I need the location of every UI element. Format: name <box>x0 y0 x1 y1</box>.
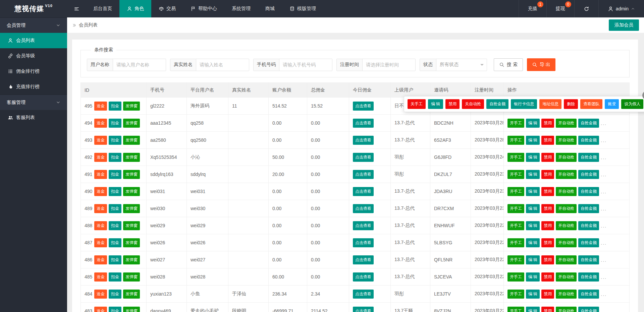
view-today-commission-button[interactable]: 点击查看 <box>353 307 374 312</box>
set-fake-user-button[interactable]: 设为假人 <box>621 99 643 109</box>
self-grab-amount-button[interactable]: 自抢金额 <box>578 170 599 179</box>
give-gold-button[interactable]: 送金 <box>94 119 107 128</box>
give-gold-button[interactable]: 送金 <box>94 255 107 264</box>
more-actions-button[interactable]: ... <box>601 257 607 262</box>
disable-button[interactable]: 禁用 <box>541 307 554 312</box>
self-grab-amount-button[interactable]: 自抢金额 <box>578 307 599 312</box>
close-manual-button[interactable]: 关手工 <box>408 99 426 109</box>
self-grab-amount-button[interactable]: 自抢金额 <box>578 290 599 299</box>
send-popup-button[interactable]: 发弹窗 <box>123 187 140 196</box>
add-member-button[interactable]: 添加会员 <box>609 19 639 31</box>
edit-button[interactable]: 编 辑 <box>526 290 540 299</box>
send-popup-button[interactable]: 发弹窗 <box>123 136 140 145</box>
disable-button[interactable]: 禁用 <box>541 221 554 230</box>
deduct-gold-button[interactable]: 扣金 <box>109 136 121 145</box>
export-button[interactable]: 导 出 <box>527 58 555 71</box>
search-button[interactable]: 搜 索 <box>494 58 523 71</box>
give-gold-button[interactable]: 送金 <box>94 170 107 179</box>
edit-button[interactable]: 编 辑 <box>526 170 540 179</box>
sidebar-item-会员等级[interactable]: 会员等级 <box>0 48 67 64</box>
disable-button[interactable]: 禁用 <box>541 255 554 264</box>
account-change-button[interactable]: 账变 <box>605 99 619 109</box>
realname-input[interactable] <box>196 59 249 71</box>
give-gold-button[interactable]: 送金 <box>94 204 107 213</box>
self-grab-amount-button[interactable]: 自抢金额 <box>486 99 508 109</box>
open-auto-grab-button[interactable]: 开自动抢 <box>556 221 577 230</box>
disable-button[interactable]: 禁用 <box>541 170 554 179</box>
open-manual-button[interactable]: 开手工 <box>507 136 524 145</box>
self-grab-amount-button[interactable]: 自抢金额 <box>578 136 599 145</box>
more-actions-button[interactable]: ... <box>601 291 607 297</box>
open-manual-button[interactable]: 开手工 <box>507 255 524 264</box>
self-grab-amount-button[interactable]: 自抢金额 <box>578 255 599 264</box>
delete-button[interactable]: 删除 <box>564 99 578 109</box>
more-actions-button[interactable]: ... <box>601 206 607 211</box>
give-gold-button[interactable]: 送金 <box>94 307 107 312</box>
send-popup-button[interactable]: 发弹窗 <box>123 170 140 179</box>
give-gold-button[interactable]: 送金 <box>94 153 107 162</box>
deduct-gold-button[interactable]: 扣金 <box>109 238 121 247</box>
deduct-gold-button[interactable]: 扣金 <box>109 221 121 230</box>
open-auto-grab-button[interactable]: 开自动抢 <box>556 307 577 312</box>
give-gold-button[interactable]: 送金 <box>94 136 107 145</box>
close-auto-grab-button[interactable]: 关自动抢 <box>462 99 484 109</box>
self-grab-amount-button[interactable]: 自抢金额 <box>578 238 599 247</box>
send-popup-button[interactable]: 发弹窗 <box>123 119 140 128</box>
view-today-commission-button[interactable]: 点击查看 <box>353 187 374 196</box>
sidebar-section-header-1[interactable]: 会员管理 <box>0 17 67 33</box>
give-gold-button[interactable]: 送金 <box>94 102 107 111</box>
view-today-commission-button[interactable]: 点击查看 <box>353 153 374 162</box>
view-today-commission-button[interactable]: 点击查看 <box>353 102 374 111</box>
open-manual-button[interactable]: 开手工 <box>507 204 524 213</box>
give-gold-button[interactable]: 送金 <box>94 272 107 282</box>
open-manual-button[interactable]: 开手工 <box>507 307 524 312</box>
disable-button[interactable]: 禁用 <box>541 136 554 145</box>
edit-button[interactable]: 编 辑 <box>428 99 443 109</box>
more-actions-button[interactable]: ... <box>601 189 607 194</box>
bank-card-info-button[interactable]: 银行卡信息 <box>511 99 537 109</box>
disable-button[interactable]: 禁用 <box>541 119 554 128</box>
send-popup-button[interactable]: 发弹窗 <box>123 238 140 247</box>
give-gold-button[interactable]: 送金 <box>94 238 107 247</box>
open-auto-grab-button[interactable]: 开自动抢 <box>556 136 577 145</box>
edit-button[interactable]: 编 辑 <box>526 136 540 145</box>
open-auto-grab-button[interactable]: 开自动抢 <box>556 290 577 299</box>
self-grab-amount-button[interactable]: 自抢金额 <box>578 187 599 196</box>
open-auto-grab-button[interactable]: 开自动抢 <box>556 238 577 247</box>
open-manual-button[interactable]: 开手工 <box>507 153 524 162</box>
more-actions-button[interactable]: ... <box>601 274 607 279</box>
edit-button[interactable]: 编 辑 <box>526 272 540 282</box>
open-auto-grab-button[interactable]: 开自动抢 <box>556 153 577 162</box>
view-today-commission-button[interactable]: 点击查看 <box>353 170 374 179</box>
open-auto-grab-button[interactable]: 开自动抢 <box>556 255 577 264</box>
send-popup-button[interactable]: 发弹窗 <box>123 204 140 213</box>
open-auto-grab-button[interactable]: 开自动抢 <box>556 204 577 213</box>
refresh-button[interactable] <box>574 0 598 17</box>
recharge-menu-item[interactable]: 充值 1 <box>519 0 546 17</box>
more-actions-button[interactable]: ... <box>601 240 607 245</box>
self-grab-amount-button[interactable]: 自抢金额 <box>578 153 599 162</box>
open-manual-button[interactable]: 开手工 <box>507 170 524 179</box>
deduct-gold-button[interactable]: 扣金 <box>109 153 121 162</box>
sidebar-toggle-button[interactable] <box>67 0 86 17</box>
send-popup-button[interactable]: 发弹窗 <box>123 153 140 162</box>
deduct-gold-button[interactable]: 扣金 <box>109 102 121 111</box>
sidebar-item-会员列表[interactable]: 会员列表 <box>0 33 67 48</box>
nav-item-1[interactable]: 后台首页 <box>86 0 119 17</box>
edit-button[interactable]: 编 辑 <box>526 187 540 196</box>
more-actions-button[interactable]: ... <box>601 120 607 126</box>
user-menu[interactable]: admin <box>598 0 644 17</box>
self-grab-amount-button[interactable]: 自抢金额 <box>578 221 599 230</box>
give-gold-button[interactable]: 送金 <box>94 221 107 230</box>
edit-button[interactable]: 编 辑 <box>526 153 540 162</box>
view-today-commission-button[interactable]: 点击查看 <box>353 255 374 264</box>
open-manual-button[interactable]: 开手工 <box>507 119 524 128</box>
deduct-gold-button[interactable]: 扣金 <box>109 119 121 128</box>
more-actions-button[interactable]: ... <box>601 154 607 160</box>
open-auto-grab-button[interactable]: 开自动抢 <box>556 272 577 282</box>
deduct-gold-button[interactable]: 扣金 <box>109 255 121 264</box>
open-manual-button[interactable]: 开手工 <box>507 221 524 230</box>
open-manual-button[interactable]: 开手工 <box>507 187 524 196</box>
view-today-commission-button[interactable]: 点击查看 <box>353 136 374 145</box>
open-auto-grab-button[interactable]: 开自动抢 <box>556 119 577 128</box>
